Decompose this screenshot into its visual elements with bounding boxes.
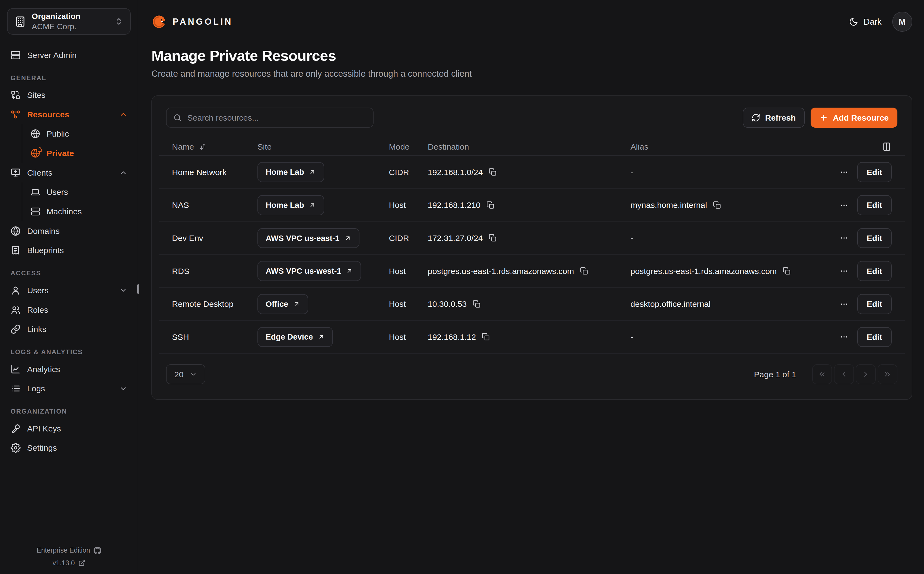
row-menu-button[interactable] (840, 266, 848, 276)
sidebar-item-client-users[interactable]: Users (22, 182, 131, 202)
sidebar-item-users[interactable]: Users (7, 281, 131, 300)
edit-button[interactable]: Edit (857, 294, 892, 314)
edit-button[interactable]: Edit (857, 162, 892, 182)
site-link[interactable]: AWS VPC us-west-1 (258, 261, 361, 281)
edit-button[interactable]: Edit (857, 195, 892, 215)
page-size-select[interactable]: 20 (166, 364, 205, 384)
site-link[interactable]: Home Lab (258, 195, 324, 215)
key-icon (11, 424, 21, 434)
copy-button[interactable] (713, 201, 721, 209)
edit-button[interactable]: Edit (857, 228, 892, 248)
brand-name: PANGOLIN (172, 17, 233, 27)
org-selector[interactable]: Organization ACME Corp. (7, 8, 131, 35)
app-window: Organization ACME Corp. Server Admin GEN… (0, 0, 924, 574)
row-menu-button[interactable] (840, 333, 848, 341)
sidebar-item-public[interactable]: Public (22, 124, 131, 144)
copy-icon (489, 234, 497, 242)
copy-button[interactable] (473, 300, 481, 308)
refresh-button[interactable]: Refresh (743, 107, 805, 128)
site-link[interactable]: AWS VPC us-east-1 (258, 228, 359, 248)
clients-subgroup: Users Machines (22, 182, 131, 221)
search-input[interactable] (187, 113, 367, 123)
add-resource-button[interactable]: Add Resource (811, 107, 898, 128)
sidebar-item-server-admin[interactable]: Server Admin (7, 45, 131, 65)
monitor-up-icon (11, 168, 21, 178)
laptop-icon (31, 188, 40, 197)
brand-logo[interactable]: PANGOLIN (151, 14, 233, 29)
theme-toggle[interactable]: Dark (849, 17, 882, 27)
chevron-left-icon (840, 370, 848, 378)
sites-icon (11, 90, 21, 100)
edit-button[interactable]: Edit (857, 327, 892, 347)
sidebar-footer: Enterprise Edition v1.13.0 (0, 546, 138, 567)
row-menu-button[interactable] (840, 300, 848, 309)
site-link[interactable]: Office (258, 294, 308, 314)
copy-icon (482, 333, 490, 341)
receipt-icon (11, 245, 21, 255)
column-header-mode: Mode (389, 142, 427, 151)
sidebar-item-resources[interactable]: Resources (7, 105, 131, 124)
table-row: Home Network Home Lab CIDR 192.168.1.0/2… (159, 156, 905, 189)
first-page-button[interactable] (812, 364, 832, 384)
sidebar-item-api-keys[interactable]: API Keys (7, 419, 131, 438)
copy-button[interactable] (489, 168, 497, 176)
page-status: Page 1 of 1 (754, 370, 796, 379)
ellipsis-icon (840, 333, 848, 341)
site-link[interactable]: Edge Device (258, 327, 333, 347)
chevron-right-icon (862, 370, 870, 378)
sidebar-item-private[interactable]: Private (22, 144, 131, 163)
column-toggle-button[interactable] (833, 142, 892, 152)
copy-icon (473, 300, 481, 308)
sidebar-item-analytics[interactable]: Analytics (7, 360, 131, 379)
row-menu-button[interactable] (840, 168, 848, 177)
copy-button[interactable] (486, 201, 495, 209)
moon-icon (849, 17, 858, 27)
sidebar-item-blueprints[interactable]: Blueprints (7, 241, 131, 260)
section-label-general: GENERAL (11, 74, 127, 82)
theme-label: Dark (864, 17, 881, 27)
search-icon (173, 113, 182, 122)
org-selector-value: ACME Corp. (32, 21, 109, 32)
server-icon (11, 50, 21, 60)
search-box[interactable] (166, 107, 373, 128)
site-link[interactable]: Home Lab (258, 162, 324, 182)
chart-line-icon (11, 364, 21, 374)
sidebar-item-roles[interactable]: Roles (7, 300, 131, 320)
last-page-button[interactable] (878, 364, 898, 384)
copy-button[interactable] (783, 267, 791, 275)
copy-button[interactable] (482, 333, 490, 341)
copy-icon (580, 267, 588, 275)
sidebar-item-clients[interactable]: Clients (7, 163, 131, 182)
edit-button[interactable]: Edit (857, 261, 892, 281)
avatar[interactable]: M (892, 12, 912, 32)
section-label-logs-analytics: LOGS & ANALYTICS (11, 348, 127, 356)
ellipsis-icon (840, 201, 848, 210)
copy-icon (713, 201, 721, 209)
page-title: Manage Private Resources (151, 47, 912, 64)
section-label-organization: ORGANIZATION (11, 408, 127, 415)
sidebar-item-settings[interactable]: Settings (7, 438, 131, 458)
table-header: Name Site Mode Destination Alias (159, 138, 905, 156)
next-page-button[interactable] (856, 364, 876, 384)
sidebar-item-logs[interactable]: Logs (7, 379, 131, 398)
sidebar-resize-handle[interactable] (137, 284, 139, 294)
edition-link[interactable]: Enterprise Edition (36, 546, 101, 554)
building-icon (15, 16, 26, 27)
resources-card: Refresh Add Resource Name Site Mode Dest… (151, 95, 912, 400)
version-link[interactable]: v1.13.0 (53, 559, 85, 567)
sidebar-item-machines[interactable]: Machines (22, 202, 131, 221)
sidebar-item-domains[interactable]: Domains (7, 221, 131, 241)
column-header-name[interactable]: Name (172, 142, 258, 151)
copy-button[interactable] (489, 234, 497, 242)
sidebar-item-links[interactable]: Links (7, 320, 131, 339)
ellipsis-icon (840, 300, 848, 309)
copy-button[interactable] (580, 267, 588, 275)
sidebar-item-sites[interactable]: Sites (7, 85, 131, 105)
user-icon (11, 285, 21, 295)
users-icon (11, 305, 21, 315)
chevron-down-icon (190, 371, 197, 378)
row-menu-button[interactable] (840, 201, 848, 210)
globe-lock-icon (31, 148, 40, 158)
row-menu-button[interactable] (840, 233, 848, 243)
prev-page-button[interactable] (834, 364, 854, 384)
